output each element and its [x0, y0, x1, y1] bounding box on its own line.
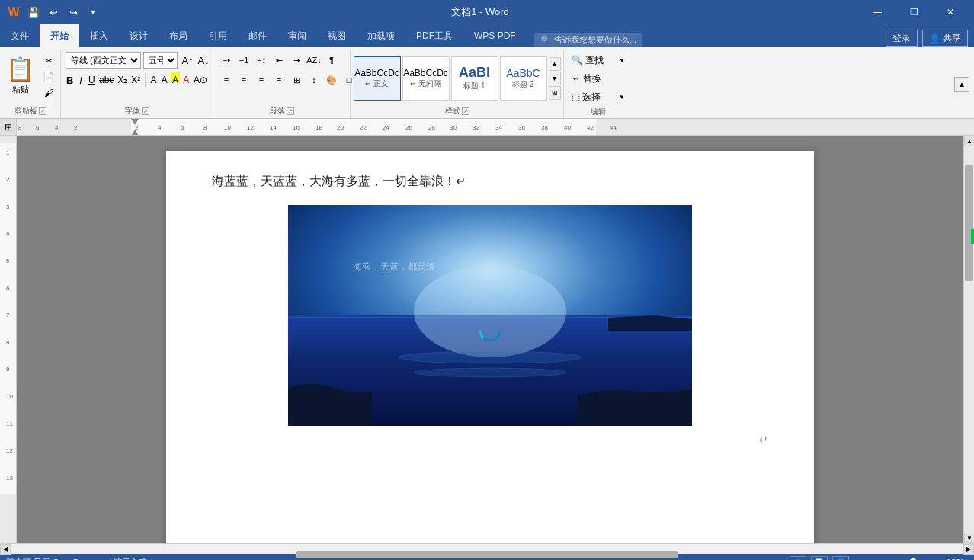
paragraph-expand[interactable]: ↗: [287, 107, 294, 115]
tab-wps-pdf[interactable]: WPS PDF: [463, 24, 527, 47]
bold-button[interactable]: B: [66, 72, 74, 88]
ruler-corner[interactable]: ⊞: [0, 119, 17, 136]
styles-expand[interactable]: ⊞: [549, 86, 561, 100]
styles-scroll-up[interactable]: ▲: [549, 57, 561, 71]
decrease-font-size-button[interactable]: A↓: [196, 52, 211, 69]
print-view-button[interactable]: 📄: [811, 556, 828, 560]
horizontal-scrollbar: ◀ ▶: [0, 543, 974, 554]
customize-icon[interactable]: ▼: [85, 5, 101, 20]
italic-button[interactable]: I: [76, 72, 85, 88]
scroll-thumb[interactable]: [965, 165, 973, 281]
tab-insert[interactable]: 插入: [79, 24, 119, 47]
tab-layout[interactable]: 布局: [159, 24, 198, 47]
font-color-button[interactable]: A: [182, 72, 191, 88]
paste-label: 粘贴: [12, 84, 29, 95]
paste-button[interactable]: 📋 粘贴: [3, 52, 38, 99]
format-painter-button[interactable]: 🖌: [40, 85, 58, 101]
line-spacing-button[interactable]: ↕: [306, 72, 322, 88]
subscript-button[interactable]: X₂: [117, 72, 128, 88]
select-dropdown-icon: ▼: [619, 94, 625, 101]
select-button[interactable]: ⬚ 选择 ▼: [568, 88, 629, 105]
cut-button[interactable]: ✂: [40, 53, 58, 69]
tab-file[interactable]: 文件: [0, 24, 40, 47]
font-expand[interactable]: ↗: [142, 107, 149, 115]
find-button[interactable]: 🔍 查找 ▼: [568, 52, 629, 69]
collapse-ribbon-button[interactable]: ▲: [954, 77, 969, 92]
styles-expand-btn[interactable]: ↗: [462, 107, 469, 115]
h-scroll-thumb[interactable]: [296, 551, 678, 558]
document-area[interactable]: 海蓝蓝，天蓝蓝，大海有多蓝，一切全靠浪！↵: [17, 136, 963, 543]
unordered-list-button[interactable]: ≡•: [218, 52, 235, 69]
undo-icon[interactable]: ↩: [46, 5, 61, 20]
char-shading-button[interactable]: A: [160, 72, 168, 88]
copy-button[interactable]: 📄: [40, 69, 58, 85]
scroll-down-button[interactable]: ▼: [964, 533, 974, 543]
underline-button[interactable]: U: [88, 72, 96, 88]
svg-text:4: 4: [158, 124, 162, 131]
tab-view[interactable]: 视图: [317, 24, 357, 47]
style-heading1[interactable]: AaBl 标题 1: [451, 56, 498, 101]
svg-text:海蓝，天蓝，都是浪: 海蓝，天蓝，都是浪: [353, 261, 435, 272]
char-border-button[interactable]: A⊙: [193, 72, 208, 88]
font-size-select[interactable]: 五号: [143, 52, 178, 69]
svg-text:34: 34: [495, 124, 502, 131]
strikethrough-button[interactable]: abc: [98, 72, 114, 88]
font-format-row: B I U abc X₂ X² A A A A A⊙: [66, 72, 208, 88]
increase-font-size-button[interactable]: A↑: [180, 52, 195, 69]
style-no-spacing[interactable]: AaBbCcDc ↵ 无间隔: [402, 56, 450, 101]
multilevel-list-button[interactable]: ≡↕: [253, 52, 270, 69]
style-heading2-label: 标题 2: [512, 79, 533, 90]
document-image[interactable]: 海蓝，天蓝，都是浪: [288, 205, 692, 426]
document-text[interactable]: 海蓝蓝，天蓝蓝，大海有多蓝，一切全靠浪！↵: [212, 174, 768, 190]
styles-scroll-down[interactable]: ▼: [549, 72, 561, 85]
paste-icon: 📋: [6, 56, 34, 82]
zoom-in-button[interactable]: ＋: [929, 557, 937, 561]
svg-text:40: 40: [564, 124, 571, 131]
highlight-button[interactable]: A: [171, 72, 179, 88]
align-left-button[interactable]: ≡: [218, 72, 235, 88]
increase-indent-button[interactable]: ⇥: [288, 52, 305, 69]
font-name-select[interactable]: 等线 (西文正文: [66, 52, 141, 69]
login-button[interactable]: 登录: [886, 30, 918, 47]
read-view-button[interactable]: 📖: [790, 556, 806, 560]
align-center-button[interactable]: ≡: [235, 72, 252, 88]
tab-references[interactable]: 引用: [198, 24, 238, 47]
save-icon[interactable]: 💾: [26, 5, 41, 20]
style-heading2[interactable]: AaBbC 标题 2: [500, 56, 547, 101]
sort-button[interactable]: AZ↓: [306, 52, 322, 69]
clipboard-small-buttons: ✂ 📄 🖌: [40, 52, 58, 101]
share-button[interactable]: 👤 共享: [922, 30, 968, 47]
close-button[interactable]: ✕: [933, 0, 968, 24]
minimize-button[interactable]: —: [860, 0, 895, 24]
search-bar[interactable]: 🔍 告诉我您想要做什么...: [534, 33, 642, 47]
decrease-indent-button[interactable]: ⇤: [271, 52, 287, 69]
style-normal-preview: AaBbCcDc: [354, 68, 399, 78]
web-view-button[interactable]: 🌐: [832, 556, 849, 560]
redo-icon[interactable]: ↪: [66, 5, 81, 20]
font-color-bg-button[interactable]: A: [149, 72, 158, 88]
align-right-button[interactable]: ≡: [253, 72, 270, 88]
align-justify-button[interactable]: ≡: [271, 72, 287, 88]
columns-button[interactable]: ⊞: [288, 72, 305, 88]
superscript-button[interactable]: X²: [130, 72, 141, 88]
zoom-out-button[interactable]: －: [854, 557, 862, 561]
shading-button[interactable]: 🎨: [323, 72, 340, 88]
search-icon: 🔍: [540, 35, 551, 45]
tab-addins[interactable]: 加载项: [357, 24, 405, 47]
replace-button[interactable]: ↔ 替换: [568, 70, 629, 87]
tab-mailings[interactable]: 邮件: [238, 24, 277, 47]
scroll-right-button[interactable]: ▶: [963, 544, 974, 555]
svg-text:12: 12: [6, 447, 13, 454]
clipboard-expand[interactable]: ↗: [39, 107, 46, 115]
ordered-list-button[interactable]: ≡1: [235, 52, 252, 69]
tab-pdf-tools[interactable]: PDF工具: [405, 24, 463, 47]
show-hide-button[interactable]: ¶: [323, 52, 340, 69]
scroll-up-button[interactable]: ▲: [964, 136, 974, 146]
scroll-track[interactable]: [964, 146, 974, 533]
scroll-left-button[interactable]: ◀: [0, 544, 11, 555]
tab-review[interactable]: 审阅: [277, 24, 317, 47]
restore-button[interactable]: ❒: [896, 0, 931, 24]
style-normal[interactable]: AaBbCcDc ↵ 正文: [354, 56, 401, 101]
tab-home[interactable]: 开始: [40, 24, 79, 47]
tab-design[interactable]: 设计: [119, 24, 159, 47]
